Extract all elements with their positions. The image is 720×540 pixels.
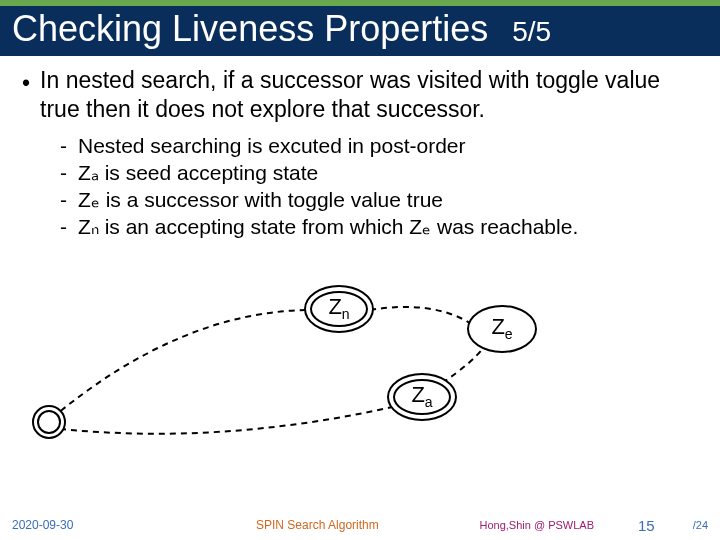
title-bar: Checking Liveness Properties 5/5 xyxy=(0,6,720,56)
content-area: • In nested search, if a successor was v… xyxy=(0,56,720,475)
slide-progress: 5/5 xyxy=(512,16,551,48)
node-label: Za xyxy=(411,382,432,410)
state-diagram: Zn Ze Za xyxy=(22,255,698,475)
node-label: Zn xyxy=(328,294,349,322)
sub-text: Zₑ is a successor with toggle value true xyxy=(78,186,443,213)
slide-title: Checking Liveness Properties xyxy=(12,8,488,50)
footer-date: 2020-09-30 xyxy=(12,518,112,532)
diagram-edges xyxy=(22,255,702,475)
node-ze: Ze xyxy=(467,305,537,353)
list-item: - Zₐ is seed accepting state xyxy=(60,159,698,186)
node-zn: Zn xyxy=(304,285,374,333)
footer-page-number: 15 xyxy=(638,517,655,534)
footer-algorithm: SPIN Search Algorithm xyxy=(256,518,379,532)
list-item: - Zₑ is a successor with toggle value tr… xyxy=(60,186,698,213)
sub-marker: - xyxy=(60,132,70,159)
sub-text: Nested searching is excuted in post-orde… xyxy=(78,132,466,159)
footer: 2020-09-30 SPIN Search Algorithm Hong,Sh… xyxy=(0,510,720,540)
bullet-marker: • xyxy=(22,66,30,98)
sub-text: Zₙ is an accepting state from which Zₑ w… xyxy=(78,213,578,240)
node-za: Za xyxy=(387,373,457,421)
footer-page-total: /24 xyxy=(693,519,708,531)
sub-list: - Nested searching is excuted in post-or… xyxy=(60,132,698,241)
bullet-text: In nested search, if a successor was vis… xyxy=(40,66,698,124)
sub-marker: - xyxy=(60,186,70,213)
main-bullet: • In nested search, if a successor was v… xyxy=(22,66,698,124)
start-node xyxy=(32,405,66,439)
node-label: Ze xyxy=(491,314,512,342)
sub-text: Zₐ is seed accepting state xyxy=(78,159,318,186)
sub-marker: - xyxy=(60,159,70,186)
list-item: - Zₙ is an accepting state from which Zₑ… xyxy=(60,213,698,240)
sub-marker: - xyxy=(60,213,70,240)
footer-lab: Hong,Shin @ PSWLAB xyxy=(480,519,595,531)
list-item: - Nested searching is excuted in post-or… xyxy=(60,132,698,159)
